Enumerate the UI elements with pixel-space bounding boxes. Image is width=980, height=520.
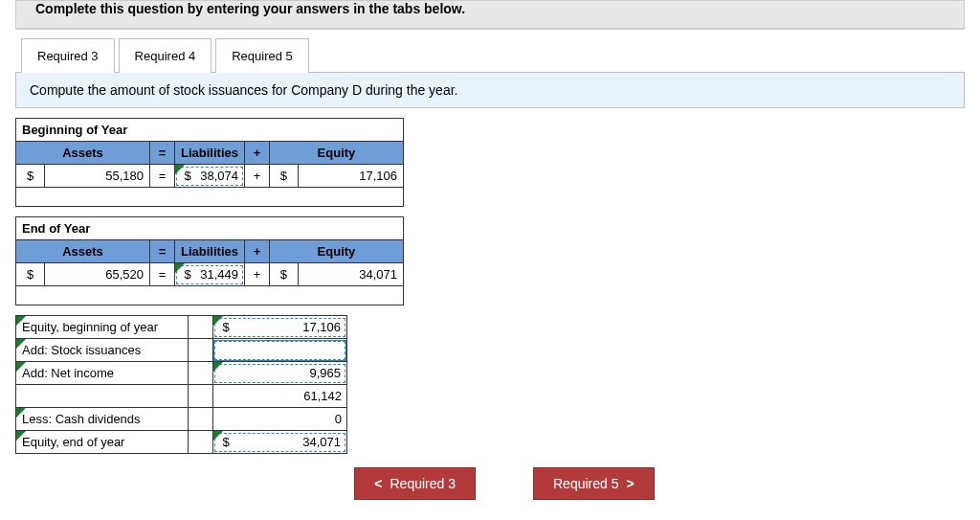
roll-row-2-mid [189,339,213,362]
beginning-title: Beginning of Year [16,119,404,142]
roll-row-3-value[interactable]: 9,965 [213,362,347,385]
prev-button[interactable]: < Required 3 [354,467,476,500]
end-assets-currency: $ [16,263,45,286]
end-plus-header: + [244,240,269,263]
beg-assets-value[interactable]: 55,180 [45,165,150,188]
roll-row-6-label[interactable]: Equity, end of year [16,431,189,454]
beg-liabilities-input[interactable]: $38,074 [175,165,245,188]
roll-row-6-mid [189,431,213,454]
roll-row-3-mid [189,362,213,385]
tab-prompt: Compute the amount of stock issuances fo… [15,72,965,108]
roll-row-5-label[interactable]: Less: Cash dividends [16,408,189,431]
tabs-row: Required 3 Required 4 Required 5 [15,37,965,72]
tab-required-4[interactable]: Required 4 [119,38,212,73]
next-label: Required 5 [553,476,619,491]
end-liabilities-header: Liabilities [175,240,245,263]
roll-row-4-mid [189,385,213,408]
end-plus: + [244,263,269,286]
prompt-text: Compute the amount of stock issuances fo… [30,82,457,98]
end-equals: = [150,263,175,286]
end-title: End of Year [16,217,404,240]
instruction-banner: Complete this question by entering your … [15,0,965,30]
end-liabilities-input[interactable]: $31,449 [175,263,245,286]
roll-row-1-value[interactable]: $17,106 [213,316,347,339]
beg-equals: = [150,165,175,188]
end-equity-value[interactable]: 34,071 [298,263,403,286]
beg-equity-currency: $ [269,165,298,188]
prev-label: Required 3 [390,476,457,491]
end-assets-header: Assets [16,240,150,263]
roll-row-5-mid [189,408,213,431]
plus-header: + [244,142,269,165]
instruction-text: Complete this question by entering your … [35,1,465,16]
tab-required-3[interactable]: Required 3 [21,38,115,73]
beg-assets-currency: $ [16,165,45,188]
beg-equity-value[interactable]: 17,106 [298,165,403,188]
beginning-of-year-table: Beginning of Year Assets = Liabilities +… [15,118,404,207]
next-button[interactable]: Required 5 > [533,467,655,500]
end-equity-header: Equity [269,240,403,263]
end-equals-header: = [150,240,175,263]
roll-row-1-mid [189,316,213,339]
roll-row-5-value[interactable]: 0 [213,408,347,431]
equity-header: Equity [269,142,403,165]
liabilities-header: Liabilities [175,142,245,165]
tab-required-5[interactable]: Required 5 [215,38,309,73]
roll-row-2-label[interactable]: Add: Stock issuances [16,339,189,362]
roll-row-2-value[interactable] [213,339,347,362]
equals-header: = [150,142,175,165]
chevron-right-icon: > [627,476,635,491]
roll-row-1-label[interactable]: Equity, beginning of year [16,316,189,339]
end-of-year-table: End of Year Assets = Liabilities + Equit… [15,216,404,305]
beg-plus: + [244,165,269,188]
roll-row-3-label[interactable]: Add: Net income [16,362,189,385]
roll-row-4-value[interactable]: 61,142 [213,385,347,408]
end-assets-value[interactable]: 65,520 [45,263,150,286]
nav-row: < Required 3 Required 5 > [15,467,965,500]
end-equity-currency: $ [269,263,298,286]
roll-row-4-label[interactable] [16,385,189,408]
chevron-left-icon: < [374,476,382,491]
roll-row-6-value[interactable]: $34,071 [213,431,347,454]
equity-roll-table: Equity, beginning of year $17,106 Add: S… [15,315,347,454]
assets-header: Assets [16,142,150,165]
